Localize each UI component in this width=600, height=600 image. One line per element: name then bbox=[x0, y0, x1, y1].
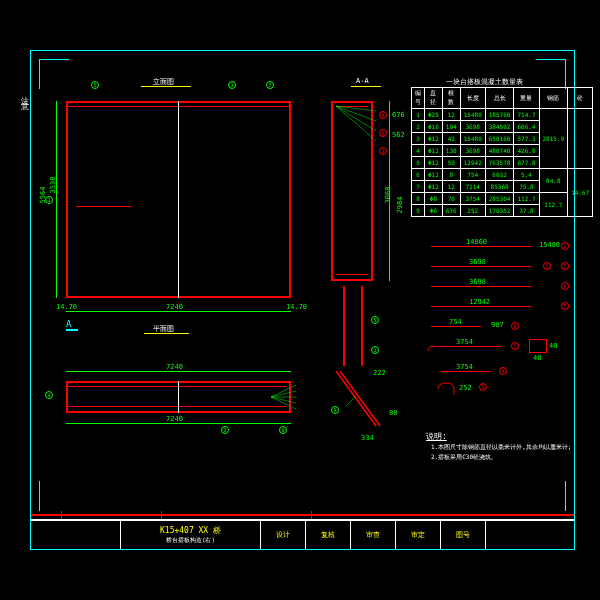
r7: 3754 bbox=[456, 338, 473, 346]
title-block: K15+407 XX 桥 桥台搭板构造(右) 设计 复核 审查 审定 图号 bbox=[31, 519, 574, 549]
svg-line-1 bbox=[271, 391, 296, 397]
dim-334: 334 bbox=[361, 434, 374, 442]
dim-222: 222 bbox=[373, 369, 386, 377]
r8: 3754 bbox=[456, 363, 473, 371]
note2: 2.搭板采用C30砼浇筑。 bbox=[431, 453, 497, 462]
dim-1470l: 14.70 bbox=[56, 303, 77, 311]
bubble-6s: 6 bbox=[379, 129, 387, 137]
fan-detail bbox=[271, 383, 301, 411]
svg-line-8 bbox=[336, 106, 376, 141]
bubble-5l: 5 bbox=[371, 316, 379, 324]
bubble-5: 5 bbox=[91, 81, 99, 89]
r4: 3698 bbox=[469, 278, 486, 286]
dim-3530: 3530 bbox=[49, 177, 57, 194]
bubble-8s: 8 bbox=[379, 111, 387, 119]
rb3: 3 bbox=[543, 262, 551, 270]
r2: 3698 bbox=[469, 258, 486, 266]
r6: 754 bbox=[449, 318, 462, 326]
rb2: 2 bbox=[561, 262, 569, 270]
notes-title: 说明: bbox=[426, 431, 447, 442]
r1: 14860 bbox=[466, 238, 487, 246]
r9: 252 bbox=[459, 384, 472, 392]
rh: 40 bbox=[549, 342, 557, 350]
bubble-1l: 1 bbox=[371, 346, 379, 354]
border-left: 注 意 bbox=[18, 90, 29, 95]
rb6: 6 bbox=[511, 322, 519, 330]
bubble-9d: 9 bbox=[331, 406, 339, 414]
dim-2984: 2984 bbox=[396, 197, 404, 214]
elev-title: 平面图 bbox=[153, 324, 174, 334]
rb1: 1 bbox=[561, 242, 569, 250]
tbl-title: 一块台搭板混凝土数量表 bbox=[446, 77, 523, 87]
svg-line-0 bbox=[271, 385, 296, 397]
svg-line-4 bbox=[271, 397, 296, 409]
r1e: 15480 bbox=[539, 241, 560, 249]
proj: K15+407 XX 桥 bbox=[160, 525, 221, 536]
dim-88: 88 bbox=[389, 409, 397, 417]
r7-hook bbox=[426, 341, 438, 353]
svg-line-11 bbox=[346, 396, 356, 406]
rb5: 5 bbox=[561, 302, 569, 310]
rb8: 8 bbox=[499, 367, 507, 375]
r6e: 987 bbox=[491, 321, 504, 329]
bubble-3: 3 bbox=[228, 81, 236, 89]
bubble-3s: 3 bbox=[379, 147, 387, 155]
qty-table: 编号直径根数长度总长重量钢筋砼 1Φ251215480185760714.728… bbox=[411, 87, 593, 217]
svg-line-10 bbox=[340, 371, 380, 426]
dim-7240-2: 7240 bbox=[166, 363, 183, 371]
bubble-1: 1 bbox=[45, 196, 53, 204]
dim-7240-3: 7240 bbox=[166, 415, 183, 423]
r9-hook bbox=[436, 381, 456, 397]
note1: 1.本图尺寸除钢筋直径以毫米计外,其余均以厘米计; bbox=[431, 443, 571, 452]
plan-title: 立面图 bbox=[153, 77, 174, 87]
r5: 12942 bbox=[469, 298, 490, 306]
bubble-4b: 4 bbox=[45, 391, 53, 399]
rb9: 9 bbox=[479, 383, 487, 391]
rb7: 7 bbox=[511, 342, 519, 350]
a-mark-l: A bbox=[66, 319, 71, 329]
sec-fan bbox=[336, 103, 381, 148]
bubble-2b: 2 bbox=[221, 426, 229, 434]
svg-line-3 bbox=[271, 397, 296, 403]
sub: 桥台搭板构造(右) bbox=[166, 536, 215, 545]
bubble-7: 7 bbox=[266, 81, 274, 89]
svg-line-9 bbox=[336, 371, 376, 426]
rw: 40 bbox=[533, 354, 541, 362]
dim-676: 676 bbox=[392, 111, 405, 119]
bubble-6b: 6 bbox=[279, 426, 287, 434]
dim-3068: 3068 bbox=[384, 187, 392, 204]
sec-title: A-A bbox=[356, 77, 369, 85]
dim-7240: 7240 bbox=[166, 303, 183, 311]
rb4: 4 bbox=[561, 282, 569, 290]
dim-562: 562 bbox=[392, 131, 405, 139]
dim-1470r: 14.70 bbox=[286, 303, 307, 311]
